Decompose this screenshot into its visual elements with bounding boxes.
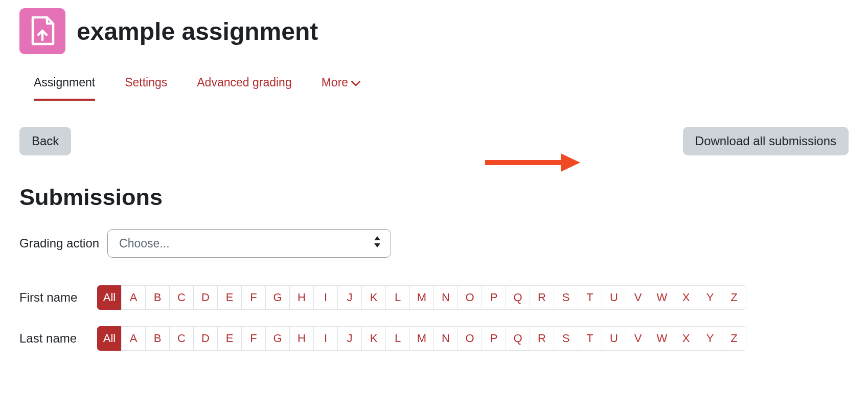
last-name-letter-b[interactable]: B [145, 326, 170, 351]
last-name-letter-e[interactable]: E [217, 326, 242, 351]
first-name-letter-bar: AllABCDEFGHIJKLMNOPQRSTUVWXYZ [97, 285, 746, 310]
first-name-letter-f[interactable]: F [241, 285, 266, 310]
tab-assignment[interactable]: Assignment [34, 76, 95, 101]
first-name-letter-x[interactable]: X [674, 285, 698, 310]
first-name-letter-e[interactable]: E [217, 285, 242, 310]
tab-label: Settings [125, 76, 167, 89]
last-name-letter-k[interactable]: K [361, 326, 386, 351]
svg-marker-1 [561, 153, 580, 172]
first-name-letter-q[interactable]: Q [506, 285, 530, 310]
last-name-letter-m[interactable]: M [409, 326, 434, 351]
annotation-arrow-icon [483, 152, 580, 173]
last-name-letter-all[interactable]: All [97, 326, 122, 351]
download-all-submissions-button[interactable]: Download all submissions [683, 127, 849, 155]
first-name-letter-i[interactable]: I [313, 285, 338, 310]
last-name-letter-t[interactable]: T [578, 326, 602, 351]
last-name-letter-s[interactable]: S [554, 326, 578, 351]
first-name-letter-o[interactable]: O [458, 285, 482, 310]
last-name-letter-a[interactable]: A [121, 326, 146, 351]
chevron-down-icon [351, 76, 360, 89]
first-name-letter-y[interactable]: Y [698, 285, 722, 310]
last-name-letter-f[interactable]: F [241, 326, 266, 351]
first-name-letter-z[interactable]: Z [722, 285, 746, 310]
first-name-letter-j[interactable]: J [337, 285, 362, 310]
back-button[interactable]: Back [19, 127, 71, 155]
tab-more[interactable]: More [322, 76, 360, 101]
first-name-letter-g[interactable]: G [265, 285, 290, 310]
first-name-letter-p[interactable]: P [482, 285, 506, 310]
last-name-letter-y[interactable]: Y [698, 326, 722, 351]
tab-label: More [322, 76, 348, 89]
last-name-letter-v[interactable]: V [626, 326, 650, 351]
last-name-letter-d[interactable]: D [193, 326, 218, 351]
tab-label: Assignment [34, 76, 95, 89]
last-name-letter-bar: AllABCDEFGHIJKLMNOPQRSTUVWXYZ [97, 326, 746, 351]
tab-label: Advanced grading [197, 76, 291, 89]
last-name-letter-j[interactable]: J [337, 326, 362, 351]
first-name-letter-m[interactable]: M [409, 285, 434, 310]
page-title: example assignment [77, 17, 318, 46]
first-name-letter-u[interactable]: U [602, 285, 626, 310]
last-name-letter-h[interactable]: H [289, 326, 314, 351]
last-name-letter-g[interactable]: G [265, 326, 290, 351]
first-name-letter-s[interactable]: S [554, 285, 578, 310]
last-name-letter-l[interactable]: L [385, 326, 410, 351]
grading-action-select-wrapper: Choose... [107, 229, 391, 258]
first-name-letter-c[interactable]: C [169, 285, 194, 310]
first-name-letter-r[interactable]: R [530, 285, 554, 310]
last-name-letter-u[interactable]: U [602, 326, 626, 351]
first-name-filter-label: First name [19, 290, 90, 305]
last-name-letter-i[interactable]: I [313, 326, 338, 351]
tabs-nav: Assignment Settings Advanced grading Mor… [19, 76, 849, 101]
last-name-letter-z[interactable]: Z [722, 326, 746, 351]
page-header: example assignment [19, 8, 849, 54]
last-name-letter-n[interactable]: N [433, 326, 458, 351]
first-name-letter-n[interactable]: N [433, 285, 458, 310]
last-name-filter-row: Last name AllABCDEFGHIJKLMNOPQRSTUVWXYZ [19, 326, 849, 351]
first-name-letter-all[interactable]: All [97, 285, 122, 310]
last-name-letter-o[interactable]: O [458, 326, 482, 351]
first-name-letter-l[interactable]: L [385, 285, 410, 310]
first-name-letter-d[interactable]: D [193, 285, 218, 310]
action-button-row: Back Download all submissions [19, 127, 849, 155]
first-name-letter-h[interactable]: H [289, 285, 314, 310]
grading-action-select[interactable]: Choose... [107, 229, 391, 258]
tab-advanced-grading[interactable]: Advanced grading [197, 76, 291, 101]
first-name-letter-t[interactable]: T [578, 285, 602, 310]
first-name-filter-row: First name AllABCDEFGHIJKLMNOPQRSTUVWXYZ [19, 285, 849, 310]
first-name-letter-b[interactable]: B [145, 285, 170, 310]
last-name-letter-x[interactable]: X [674, 326, 698, 351]
last-name-filter-label: Last name [19, 331, 90, 346]
assignment-upload-icon [19, 8, 65, 54]
first-name-letter-k[interactable]: K [361, 285, 386, 310]
last-name-letter-w[interactable]: W [650, 326, 674, 351]
grading-action-label: Grading action [19, 236, 99, 251]
tab-settings[interactable]: Settings [125, 76, 167, 101]
first-name-letter-w[interactable]: W [650, 285, 674, 310]
first-name-letter-v[interactable]: V [626, 285, 650, 310]
last-name-letter-r[interactable]: R [530, 326, 554, 351]
last-name-letter-c[interactable]: C [169, 326, 194, 351]
last-name-letter-q[interactable]: Q [506, 326, 530, 351]
grading-action-row: Grading action Choose... [19, 229, 849, 258]
last-name-letter-p[interactable]: P [482, 326, 506, 351]
section-title-submissions: Submissions [19, 184, 849, 211]
first-name-letter-a[interactable]: A [121, 285, 146, 310]
